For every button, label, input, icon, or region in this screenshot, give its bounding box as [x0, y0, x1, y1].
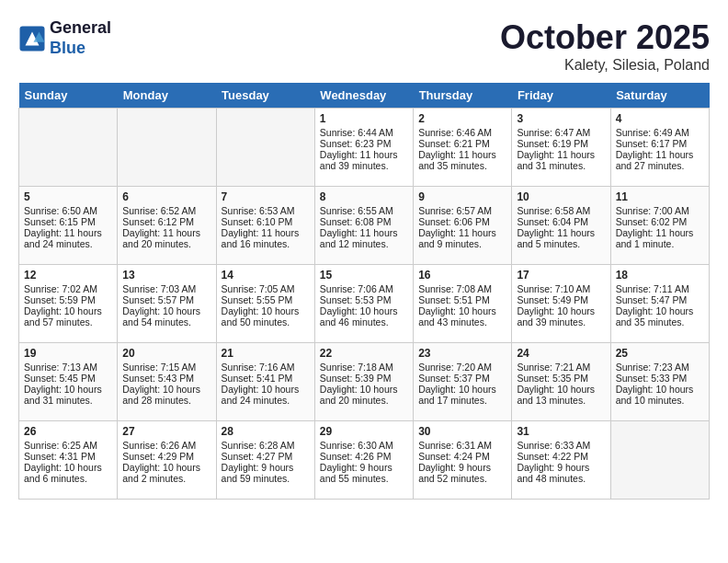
day-info-line: Sunrise: 6:50 AM — [24, 205, 112, 216]
day-info-line: Sunrise: 6:55 AM — [320, 205, 408, 216]
day-info-line: Sunset: 6:17 PM — [616, 138, 704, 149]
day-info-line: Sunrise: 6:25 AM — [24, 440, 112, 451]
calendar-day-cell: 7Sunrise: 6:53 AMSunset: 6:10 PMDaylight… — [216, 187, 314, 265]
month-title: October 2025 — [500, 18, 710, 57]
calendar-day-cell: 4Sunrise: 6:49 AMSunset: 6:17 PMDaylight… — [610, 109, 709, 187]
day-info-line: Daylight: 11 hours — [418, 149, 506, 160]
day-info-line: Sunset: 4:26 PM — [320, 451, 408, 462]
day-info-line: Sunset: 6:12 PM — [122, 216, 210, 227]
day-info-line: Sunrise: 6:30 AM — [320, 440, 408, 451]
logo: General Blue — [18, 18, 111, 58]
day-info-line: and 31 minutes. — [517, 160, 605, 171]
day-info-line: Sunset: 5:59 PM — [24, 294, 112, 305]
calendar-day-cell: 14Sunrise: 7:05 AMSunset: 5:55 PMDayligh… — [216, 265, 314, 343]
calendar-week-row: 12Sunrise: 7:02 AMSunset: 5:59 PMDayligh… — [19, 265, 710, 343]
day-info-line: Sunset: 5:37 PM — [418, 373, 506, 384]
calendar-day-cell: 2Sunrise: 6:46 AMSunset: 6:21 PMDaylight… — [414, 109, 512, 187]
day-info-line: Sunset: 5:55 PM — [222, 294, 310, 305]
day-info-line: Daylight: 9 hours — [320, 462, 408, 473]
day-info-line: Daylight: 11 hours — [320, 227, 408, 238]
day-of-week-header: Sunday — [19, 83, 118, 109]
calendar-week-row: 5Sunrise: 6:50 AMSunset: 6:15 PMDaylight… — [19, 187, 710, 265]
day-of-week-header: Saturday — [610, 83, 709, 109]
day-info-line: Sunset: 4:31 PM — [24, 451, 112, 462]
calendar-day-cell: 22Sunrise: 7:18 AMSunset: 5:39 PMDayligh… — [314, 343, 413, 421]
day-number: 1 — [320, 112, 408, 125]
day-info-line: Sunset: 4:24 PM — [418, 451, 506, 462]
day-info-line: Sunset: 6:10 PM — [222, 216, 310, 227]
day-info-line: Daylight: 10 hours — [222, 384, 310, 395]
day-info-line: Sunset: 5:45 PM — [24, 373, 112, 384]
day-info-line: and 43 minutes. — [418, 316, 506, 327]
day-info-line: Daylight: 10 hours — [320, 305, 408, 316]
day-number: 21 — [222, 347, 310, 360]
day-info-line: and 9 minutes. — [418, 238, 506, 249]
logo-line1: General — [50, 18, 111, 37]
day-info-line: Sunset: 5:47 PM — [616, 294, 704, 305]
day-info-line: Sunset: 5:35 PM — [517, 373, 605, 384]
day-info-line: Sunrise: 7:02 AM — [24, 283, 112, 294]
day-info-line: and 52 minutes. — [418, 473, 506, 484]
day-info-line: Sunrise: 6:49 AM — [616, 127, 704, 138]
calendar-day-cell: 16Sunrise: 7:08 AMSunset: 5:51 PMDayligh… — [414, 265, 512, 343]
calendar-day-cell: 19Sunrise: 7:13 AMSunset: 5:45 PMDayligh… — [19, 343, 118, 421]
day-of-week-header: Wednesday — [314, 83, 413, 109]
day-number: 13 — [122, 269, 210, 282]
day-number: 24 — [517, 347, 605, 360]
day-number: 4 — [616, 112, 704, 125]
day-info-line: Daylight: 11 hours — [320, 149, 408, 160]
day-info-line: Daylight: 10 hours — [616, 305, 704, 316]
day-number: 17 — [517, 269, 605, 282]
calendar-day-cell: 3Sunrise: 6:47 AMSunset: 6:19 PMDaylight… — [512, 109, 610, 187]
day-info-line: and 39 minutes. — [517, 316, 605, 327]
day-number: 28 — [222, 425, 310, 438]
day-info-line: and 12 minutes. — [320, 238, 408, 249]
day-info-line: Sunrise: 7:10 AM — [517, 283, 605, 294]
day-info-line: Daylight: 10 hours — [222, 305, 310, 316]
day-info-line: and 57 minutes. — [24, 316, 112, 327]
day-info-line: Daylight: 11 hours — [517, 149, 605, 160]
day-info-line: and 50 minutes. — [222, 316, 310, 327]
day-info-line: and 20 minutes. — [122, 238, 210, 249]
calendar-day-cell: 8Sunrise: 6:55 AMSunset: 6:08 PMDaylight… — [314, 187, 413, 265]
calendar-body: 1Sunrise: 6:44 AMSunset: 6:23 PMDaylight… — [19, 109, 710, 500]
day-number: 20 — [122, 347, 210, 360]
day-number: 16 — [418, 269, 506, 282]
day-info-line: Daylight: 10 hours — [517, 305, 605, 316]
day-info-line: Daylight: 11 hours — [222, 227, 310, 238]
calendar-day-cell: 15Sunrise: 7:06 AMSunset: 5:53 PMDayligh… — [314, 265, 413, 343]
day-info-line: and 35 minutes. — [418, 160, 506, 171]
logo-text: General Blue — [50, 18, 111, 58]
day-info-line: Daylight: 10 hours — [320, 384, 408, 395]
day-info-line: Sunset: 5:51 PM — [418, 294, 506, 305]
calendar-header-row: SundayMondayTuesdayWednesdayThursdayFrid… — [19, 83, 710, 109]
day-info-line: and 17 minutes. — [418, 395, 506, 406]
day-info-line: Sunrise: 7:21 AM — [517, 362, 605, 373]
day-number: 12 — [24, 269, 112, 282]
day-info-line: and 1 minute. — [616, 238, 704, 249]
calendar-day-cell — [610, 421, 709, 500]
day-info-line: Sunset: 5:53 PM — [320, 294, 408, 305]
day-info-line: Sunrise: 7:06 AM — [320, 283, 408, 294]
day-info-line: Sunrise: 7:23 AM — [616, 362, 704, 373]
day-number: 7 — [222, 190, 310, 203]
day-info-line: Sunrise: 7:20 AM — [418, 362, 506, 373]
calendar-day-cell: 17Sunrise: 7:10 AMSunset: 5:49 PMDayligh… — [512, 265, 610, 343]
calendar-day-cell: 25Sunrise: 7:23 AMSunset: 5:33 PMDayligh… — [610, 343, 709, 421]
calendar-week-row: 1Sunrise: 6:44 AMSunset: 6:23 PMDaylight… — [19, 109, 710, 187]
calendar-day-cell — [118, 109, 216, 187]
title-block: October 2025 Kalety, Silesia, Poland — [500, 18, 710, 74]
day-number: 5 — [24, 190, 112, 203]
day-number: 3 — [517, 112, 605, 125]
day-info-line: Sunrise: 6:47 AM — [517, 127, 605, 138]
logo-line2: Blue — [50, 39, 85, 57]
day-info-line: and 55 minutes. — [320, 473, 408, 484]
calendar-day-cell: 18Sunrise: 7:11 AMSunset: 5:47 PMDayligh… — [610, 265, 709, 343]
day-info-line: Sunrise: 7:03 AM — [122, 283, 210, 294]
day-info-line: Sunrise: 6:57 AM — [418, 205, 506, 216]
day-info-line: Daylight: 10 hours — [122, 305, 210, 316]
calendar-day-cell: 29Sunrise: 6:30 AMSunset: 4:26 PMDayligh… — [314, 421, 413, 500]
day-info-line: Daylight: 10 hours — [122, 384, 210, 395]
calendar-week-row: 19Sunrise: 7:13 AMSunset: 5:45 PMDayligh… — [19, 343, 710, 421]
day-info-line: Sunset: 6:02 PM — [616, 216, 704, 227]
